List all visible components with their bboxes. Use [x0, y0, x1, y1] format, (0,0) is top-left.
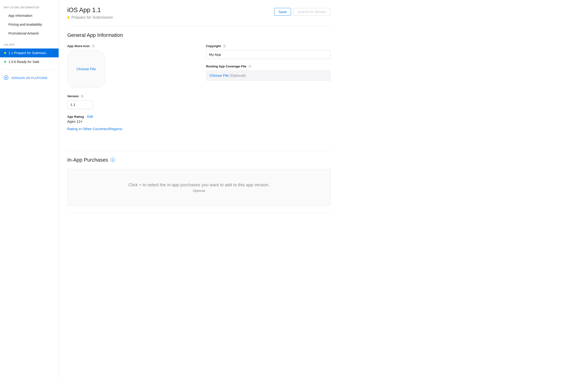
save-button[interactable]: Save	[274, 8, 291, 16]
add-version-label: VERSION OR PLATFORM	[11, 76, 47, 80]
field-label-age-rating: Age Rating	[67, 115, 84, 118]
add-iap-button[interactable]	[110, 158, 115, 162]
status-line: Prepare for Submission	[67, 15, 113, 20]
sidebar-item-promotional-artwork[interactable]: Promotional Artwork	[0, 29, 59, 38]
status-text: Prepare for Submission	[71, 15, 113, 20]
routing-file-picker[interactable]: Choose File (Optional)	[206, 70, 331, 81]
help-icon[interactable]: ?	[92, 44, 95, 48]
iap-empty-text: Click + to select the in-app purchases y…	[72, 182, 326, 188]
sidebar-section-store-info: APP STORE INFORMATION	[0, 5, 59, 11]
sidebar: APP STORE INFORMATION App Information Pr…	[0, 0, 59, 381]
submit-for-review-button: Submit for Review	[293, 8, 331, 16]
version-input[interactable]	[67, 100, 93, 109]
sidebar-item-pricing[interactable]: Pricing and Availability	[0, 20, 59, 29]
sidebar-section-ios-app: IOS APP	[0, 42, 59, 49]
status-dot-icon	[4, 52, 6, 54]
iap-optional-text: Optional	[72, 189, 326, 193]
iap-empty-state: Click + to select the in-app purchases y…	[67, 169, 331, 206]
edit-age-rating-link[interactable]: Edit	[87, 115, 93, 118]
divider	[4, 70, 55, 70]
sidebar-item-version-1-1[interactable]: 1.1 Prepare for Submissi...	[0, 49, 59, 57]
field-label-copyright: Copyright ?	[206, 44, 331, 48]
age-rating-value: Ages 12+	[67, 119, 192, 124]
sidebar-item-app-information[interactable]: App Information	[0, 11, 59, 20]
copyright-input[interactable]	[206, 50, 331, 59]
field-label-app-store-icon: App Store Icon ?	[67, 44, 192, 48]
page-title: iOS App 1.1	[67, 6, 113, 14]
divider	[67, 26, 331, 26]
field-label-routing-file: Routing App Coverage File ?	[206, 65, 331, 68]
page-header: iOS App 1.1 Prepare for Submission Save …	[67, 6, 331, 20]
divider	[67, 151, 331, 151]
app-icon-dropzone[interactable]: Choose File	[67, 50, 105, 88]
help-icon[interactable]: ?	[223, 44, 226, 48]
sidebar-item-label: 1.0.6 Ready for Sale	[8, 60, 39, 64]
field-label-version: Version ?	[67, 95, 192, 98]
main-content: iOS App 1.1 Prepare for Submission Save …	[59, 0, 339, 381]
help-icon[interactable]: ?	[81, 95, 84, 98]
add-version-button[interactable]: VERSION OR PLATFORM	[0, 73, 59, 83]
rating-other-countries-link[interactable]: Rating in Other Countries/Regions	[67, 127, 122, 131]
sidebar-item-version-1-0-6[interactable]: 1.0.6 Ready for Sale	[0, 57, 59, 66]
status-dot-icon	[4, 61, 6, 63]
sidebar-item-label: 1.1 Prepare for Submissi...	[8, 51, 49, 55]
help-icon[interactable]: ?	[248, 65, 252, 68]
status-dot-icon	[67, 16, 70, 19]
divider	[67, 213, 331, 213]
section-title-general: General App Information	[67, 32, 331, 38]
section-title-iap: In-App Purchases	[67, 157, 331, 163]
plus-circle-icon	[4, 75, 8, 81]
